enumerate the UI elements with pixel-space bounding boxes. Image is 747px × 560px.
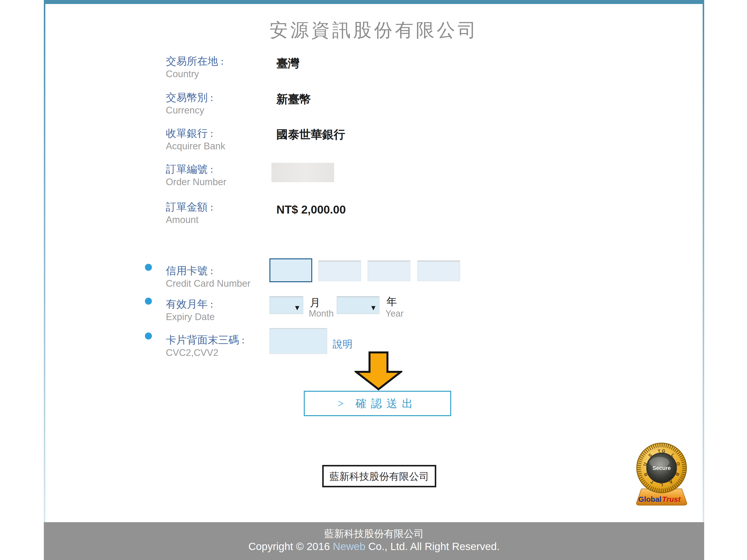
currency-label-en: Currency (166, 105, 204, 116)
footer-copyright: Copyright © 2016 Neweb Co., Ltd. All Rig… (44, 540, 704, 553)
footer-copyright-suffix: Co., Ltd. All Right Reserved. (365, 540, 499, 552)
currency-label-zh: 交易幣別 : (166, 91, 213, 104)
required-bullet-icon (145, 298, 152, 304)
currency-value: 新臺幣 (276, 92, 311, 107)
acquirer-bank-label-en: Acquirer Bank (166, 140, 225, 152)
footer: 藍新科技股份有限公司 Copyright © 2016 Neweb Co., L… (44, 522, 704, 560)
cvc-input[interactable] (269, 328, 327, 354)
expiry-year-select[interactable]: ▼ (337, 296, 380, 314)
order-number-label-en: Order Number (166, 176, 226, 188)
cvc-label-en: CVC2,CVV2 (166, 347, 218, 359)
page-title: 安源資訊股份有限公司 (44, 18, 704, 43)
amount-value: NT$ 2,000.00 (276, 203, 346, 216)
pointer-arrow-icon (355, 351, 403, 391)
cvc-label-zh: 卡片背面末三碼 : (166, 334, 244, 346)
country-label-zh: 交易所在地 : (166, 55, 224, 68)
year-unit-label-en: Year (385, 309, 404, 319)
expiry-month-select[interactable]: ▼ (269, 296, 303, 314)
required-bullet-icon (145, 332, 152, 340)
country-label-en: Country (166, 68, 199, 80)
card-number-input-3[interactable] (367, 260, 410, 281)
country-value: 臺灣 (276, 57, 299, 71)
acquirer-bank-value: 國泰世華銀行 (276, 128, 345, 142)
card-number-label-zh: 信用卡號 : (166, 264, 213, 277)
submit-button[interactable]: > 確認送出 (304, 391, 451, 416)
badge-secure-text: Secure (652, 465, 671, 471)
month-unit-label-en: Month (309, 309, 334, 319)
order-number-label-zh: 訂單編號 : (166, 163, 213, 176)
frame-left-border (44, 4, 45, 560)
neweb-company-box: 藍新科技股份有限公司 (322, 465, 436, 487)
global-trust-badge-icon: G L O B A L T R U S T Secure Global Trus… (634, 443, 690, 507)
cvc-help-link[interactable]: 說明 (333, 338, 353, 351)
required-bullet-icon (145, 264, 152, 271)
card-number-input-1[interactable] (269, 258, 312, 282)
footer-neweb-link[interactable]: Neweb (333, 540, 365, 552)
expiry-label-zh: 有效月年 : (166, 298, 213, 311)
card-number-input-2[interactable] (318, 260, 361, 281)
badge-global-text: Global (638, 495, 661, 503)
dropdown-arrow-icon: ▼ (295, 304, 299, 311)
payment-page: 安源資訊股份有限公司 交易所在地 : Country 臺灣 交易幣別 : Cur… (0, 0, 747, 560)
expiry-label-en: Expiry Date (166, 311, 215, 323)
year-unit-label: 年 (386, 295, 397, 309)
month-unit-label: 月 (310, 296, 320, 310)
acquirer-bank-label-zh: 收單銀行 : (166, 127, 213, 140)
amount-label-zh: 訂單金額 : (166, 201, 213, 214)
footer-company-name: 藍新科技股份有限公司 (44, 527, 704, 540)
frame-top-border (44, 0, 704, 4)
badge-trust-text: Trust (662, 495, 681, 503)
amount-label-en: Amount (166, 214, 199, 226)
footer-copyright-prefix: Copyright © 2016 (248, 540, 333, 552)
order-number-value-box (272, 163, 334, 182)
dropdown-arrow-icon: ▼ (371, 304, 376, 311)
card-number-input-4[interactable] (417, 260, 460, 281)
frame-right-border (703, 4, 704, 560)
card-number-label-en: Credit Card Number (166, 278, 251, 290)
